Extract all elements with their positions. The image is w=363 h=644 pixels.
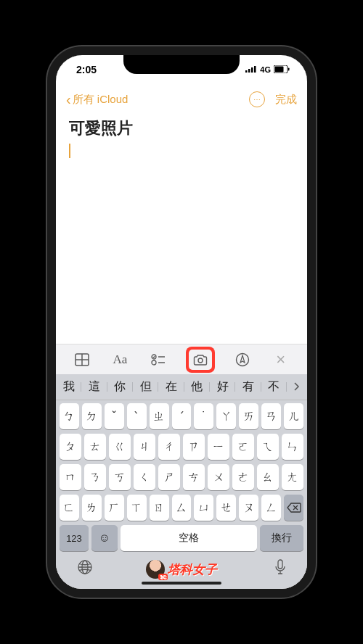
status-time: 2:05 <box>76 64 97 75</box>
key[interactable]: ㄇ <box>60 464 81 490</box>
key[interactable]: ㄝ <box>216 495 236 521</box>
chevron-right-icon <box>293 382 301 391</box>
table-button[interactable] <box>72 350 92 370</box>
markup-button[interactable] <box>232 350 253 370</box>
microphone-icon <box>274 559 286 575</box>
key[interactable]: ㄘ <box>183 464 205 490</box>
key[interactable]: ㄔ <box>158 434 180 460</box>
key[interactable]: ㄕ <box>158 464 180 490</box>
key[interactable]: ˊ <box>172 403 192 429</box>
emoji-key[interactable]: ☺ <box>91 525 118 551</box>
key[interactable]: ㄎ <box>109 464 131 490</box>
key[interactable]: ㄡ <box>239 495 258 521</box>
signal-icon <box>245 65 257 74</box>
space-key[interactable]: 空格 <box>121 525 257 551</box>
key[interactable]: ㄑ <box>134 464 155 490</box>
keyboard-footer: 3C 塔科女子 <box>58 554 305 585</box>
key[interactable]: ㄥ <box>261 495 281 521</box>
key[interactable]: ㄠ <box>257 464 279 490</box>
key[interactable]: ㄜ <box>232 464 254 490</box>
screen: 2:05 4G ‹ 所有 iCloud ⋯ 完成 <box>56 55 307 589</box>
home-indicator[interactable] <box>142 582 221 585</box>
svg-rect-19 <box>278 560 282 569</box>
svg-rect-6 <box>288 67 290 70</box>
keyboard-row: ㄈ ㄌ ㄏ ㄒ ㄖ ㄙ ㄩ ㄝ ㄡ ㄥ <box>58 495 305 521</box>
camera-icon <box>193 354 208 366</box>
keyboard-row: ㄇ ㄋ ㄎ ㄑ ㄕ ㄘ ㄨ ㄜ ㄠ ㄤ <box>58 464 305 490</box>
suggestion[interactable]: 好 <box>210 379 235 395</box>
text-format-button[interactable]: Aa <box>110 350 130 370</box>
key[interactable]: ㄣ <box>282 434 303 460</box>
battery-icon <box>274 65 290 75</box>
key[interactable]: ㄚ <box>216 403 236 429</box>
key[interactable]: ㄋ <box>84 464 106 490</box>
keyboard-bottom-row: 123 ☺ 空格 換行 <box>58 525 305 551</box>
watermark-badge: 3C <box>158 574 168 580</box>
key[interactable]: ㄊ <box>84 434 106 460</box>
more-button[interactable]: ⋯ <box>249 91 265 107</box>
close-toolbar-button[interactable]: × <box>271 350 291 370</box>
key[interactable]: ㄧ <box>208 434 229 460</box>
status-right: 4G <box>245 65 290 75</box>
key[interactable]: ˋ <box>127 403 147 429</box>
network-label: 4G <box>260 65 271 74</box>
suggestion[interactable]: 你 <box>107 379 133 395</box>
watermark-avatar: 3C <box>146 560 165 579</box>
back-button[interactable]: ‹ 所有 iCloud <box>66 92 128 107</box>
camera-button-highlight <box>186 347 215 373</box>
key[interactable]: ㄉ <box>82 403 102 429</box>
key[interactable]: ㄖ <box>150 495 169 521</box>
done-button[interactable]: 完成 <box>275 93 297 107</box>
key[interactable]: ㄒ <box>127 495 147 521</box>
key[interactable]: ㄙ <box>172 495 192 521</box>
backspace-key[interactable] <box>284 495 303 521</box>
key[interactable]: ㄗ <box>183 434 205 460</box>
watermark-text: 塔科女子 <box>168 561 217 578</box>
key[interactable]: ㄆ <box>60 434 81 460</box>
suggestion[interactable]: 他 <box>184 379 210 395</box>
svg-rect-5 <box>275 66 284 72</box>
svg-rect-1 <box>248 69 250 73</box>
suggestion[interactable]: 我 <box>56 379 81 395</box>
globe-button[interactable] <box>77 559 93 579</box>
key[interactable]: ㄛ <box>232 434 254 460</box>
return-key[interactable]: 換行 <box>260 525 303 551</box>
back-label: 所有 iCloud <box>73 93 129 107</box>
suggestion[interactable]: 在 <box>158 379 184 395</box>
key[interactable]: ㄍ <box>109 434 131 460</box>
suggestion[interactable]: 但 <box>133 379 158 395</box>
key[interactable]: ㄩ <box>194 495 213 521</box>
keyboard-row: ㄅ ㄉ ˇ ˋ ㄓ ˊ ˙ ㄚ ㄞ ㄢ ㄦ <box>58 403 305 429</box>
notch <box>123 55 240 74</box>
notes-toolbar: Aa × <box>56 344 307 374</box>
key[interactable]: ㄟ <box>257 434 279 460</box>
key[interactable]: ㄈ <box>60 495 79 521</box>
emoji-icon: ☺ <box>99 532 110 545</box>
suggestion[interactable]: 不 <box>261 379 287 395</box>
note-editor[interactable]: 可愛照片 <box>56 115 307 344</box>
svg-rect-3 <box>254 66 256 73</box>
dictation-button[interactable] <box>274 559 286 579</box>
key[interactable]: ˇ <box>105 403 124 429</box>
suggestion[interactable]: 有 <box>235 379 261 395</box>
svg-rect-2 <box>251 67 253 73</box>
key[interactable]: ㄦ <box>284 403 303 429</box>
key[interactable]: ㄨ <box>208 464 229 490</box>
suggestion[interactable]: 這 <box>81 379 107 395</box>
key[interactable]: ㄏ <box>105 495 124 521</box>
suggestion-expand[interactable] <box>287 381 307 394</box>
camera-button[interactable] <box>189 350 212 370</box>
key[interactable]: ㄤ <box>282 464 303 490</box>
key[interactable]: ˙ <box>194 403 213 429</box>
key[interactable]: ㄅ <box>60 403 79 429</box>
phone-frame: 2:05 4G ‹ 所有 iCloud ⋯ 完成 <box>47 46 316 598</box>
key[interactable]: ㄌ <box>82 495 102 521</box>
key[interactable]: ㄓ <box>150 403 169 429</box>
key[interactable]: ㄐ <box>134 434 155 460</box>
chevron-left-icon: ‹ <box>66 92 71 107</box>
key[interactable]: ㄞ <box>239 403 258 429</box>
key[interactable]: ㄢ <box>261 403 281 429</box>
numbers-key[interactable]: 123 <box>60 525 89 551</box>
checklist-button[interactable] <box>148 350 168 370</box>
svg-rect-0 <box>245 70 248 73</box>
